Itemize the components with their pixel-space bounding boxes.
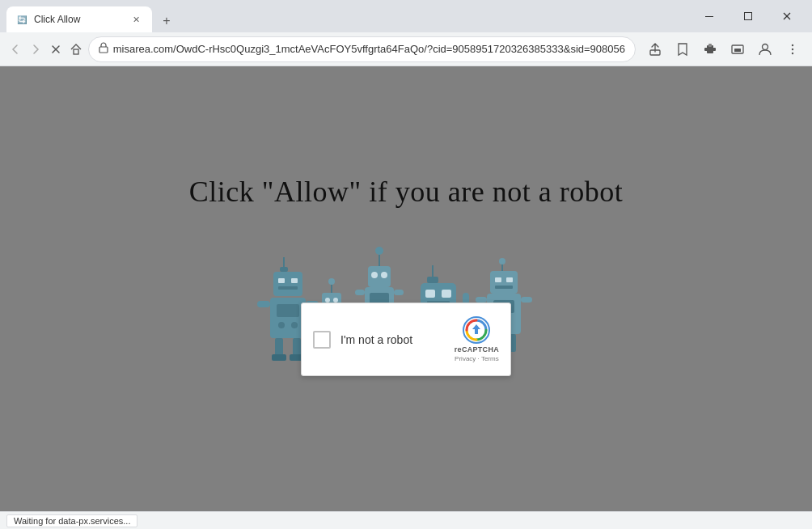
svg-rect-19 bbox=[283, 257, 285, 267]
svg-rect-78 bbox=[495, 277, 501, 282]
svg-rect-58 bbox=[355, 290, 365, 295]
nav-bar: misarea.com/OwdC-rHsc0Quzgi3_1mctAeVAcFO… bbox=[0, 32, 812, 66]
svg-rect-12 bbox=[708, 44, 712, 47]
recaptcha-checkbox[interactable] bbox=[313, 331, 331, 349]
svg-point-17 bbox=[792, 48, 793, 49]
svg-rect-36 bbox=[331, 285, 332, 293]
url-text: misarea.com/OwdC-rHsc0Quzgi3_1mctAeVAcFO… bbox=[113, 43, 625, 55]
svg-rect-6 bbox=[74, 49, 78, 54]
svg-point-49 bbox=[371, 272, 378, 278]
svg-rect-26 bbox=[277, 304, 299, 317]
lock-icon bbox=[99, 42, 108, 56]
extension-icon[interactable] bbox=[697, 36, 723, 62]
tab-favicon: 🔄 bbox=[16, 14, 27, 25]
svg-rect-0 bbox=[705, 16, 713, 17]
back-button[interactable] bbox=[6, 36, 23, 62]
svg-point-18 bbox=[792, 52, 793, 53]
title-bar: 🔄 Click Allow ✕ + bbox=[0, 0, 812, 32]
middle-section: I'm not a robot reCAPTCHA Privacy bbox=[236, 241, 576, 403]
svg-point-28 bbox=[291, 322, 298, 328]
svg-point-27 bbox=[278, 322, 285, 328]
svg-rect-87 bbox=[521, 297, 532, 303]
svg-marker-89 bbox=[472, 324, 480, 334]
new-tab-button[interactable]: + bbox=[155, 10, 178, 32]
svg-rect-33 bbox=[257, 301, 270, 307]
svg-rect-14 bbox=[734, 49, 741, 52]
menu-icon[interactable] bbox=[780, 36, 806, 62]
recaptcha-privacy-link[interactable]: Privacy bbox=[455, 355, 476, 362]
profile-icon[interactable] bbox=[752, 36, 778, 62]
forward-button[interactable] bbox=[27, 36, 44, 62]
recaptcha-brand-text: reCAPTCHA bbox=[455, 345, 499, 353]
tab-bar: 🔄 Click Allow ✕ + bbox=[6, 0, 684, 32]
status-bar: Waiting for data-px.services... bbox=[0, 511, 812, 529]
svg-rect-77 bbox=[490, 271, 518, 294]
svg-rect-64 bbox=[442, 290, 451, 298]
svg-rect-86 bbox=[476, 297, 487, 303]
maximize-button[interactable] bbox=[730, 3, 767, 29]
svg-rect-24 bbox=[278, 286, 298, 290]
minimize-button[interactable] bbox=[691, 3, 728, 29]
recaptcha-label: I'm not a robot bbox=[340, 333, 445, 346]
svg-rect-23 bbox=[291, 278, 298, 283]
recaptcha-logo-icon bbox=[463, 316, 490, 344]
svg-rect-1 bbox=[745, 13, 752, 20]
svg-rect-60 bbox=[432, 265, 433, 277]
svg-point-50 bbox=[381, 272, 387, 278]
toolbar-icons bbox=[642, 36, 806, 62]
svg-rect-59 bbox=[394, 290, 404, 295]
browser-frame: 🔄 Click Allow ✕ + bbox=[0, 0, 812, 529]
svg-rect-20 bbox=[280, 267, 288, 272]
status-loading-text: Waiting for data-px.services... bbox=[6, 514, 137, 527]
svg-point-15 bbox=[762, 44, 768, 49]
recaptcha-terms-link[interactable]: Terms bbox=[481, 355, 499, 362]
bookmark-icon[interactable] bbox=[670, 36, 696, 62]
svg-rect-61 bbox=[427, 277, 438, 283]
svg-rect-63 bbox=[425, 290, 435, 298]
svg-point-76 bbox=[499, 258, 505, 264]
svg-rect-48 bbox=[368, 266, 391, 287]
tab-title: Click Allow bbox=[34, 14, 123, 25]
reload-button[interactable] bbox=[47, 36, 64, 62]
share-icon[interactable] bbox=[642, 36, 668, 62]
svg-rect-29 bbox=[275, 338, 283, 356]
svg-rect-22 bbox=[278, 278, 285, 283]
svg-rect-30 bbox=[293, 338, 301, 356]
recaptcha-widget: I'm not a robot reCAPTCHA Privacy bbox=[301, 303, 511, 376]
tab-close-button[interactable]: ✕ bbox=[129, 13, 142, 26]
svg-point-16 bbox=[792, 44, 793, 45]
main-heading: Click "Allow" if you are not a robot bbox=[189, 175, 623, 209]
cast-icon[interactable] bbox=[725, 36, 751, 62]
svg-rect-79 bbox=[506, 277, 513, 282]
svg-rect-80 bbox=[495, 286, 513, 289]
svg-rect-21 bbox=[273, 272, 302, 296]
active-tab[interactable]: 🔄 Click Allow ✕ bbox=[6, 6, 152, 32]
svg-point-46 bbox=[375, 247, 383, 255]
svg-rect-47 bbox=[379, 255, 380, 266]
recaptcha-logo-area: reCAPTCHA Privacy · Terms bbox=[455, 316, 499, 362]
address-bar[interactable]: misarea.com/OwdC-rHsc0Quzgi3_1mctAeVAcFO… bbox=[88, 36, 636, 62]
svg-rect-7 bbox=[99, 47, 108, 53]
svg-point-35 bbox=[328, 278, 335, 285]
window-controls bbox=[691, 3, 806, 29]
recaptcha-links: Privacy · Terms bbox=[455, 355, 499, 362]
page-content: Click "Allow" if you are not a robot bbox=[0, 66, 812, 511]
close-button[interactable] bbox=[768, 3, 806, 29]
home-button[interactable] bbox=[68, 36, 85, 62]
svg-rect-31 bbox=[272, 354, 286, 361]
